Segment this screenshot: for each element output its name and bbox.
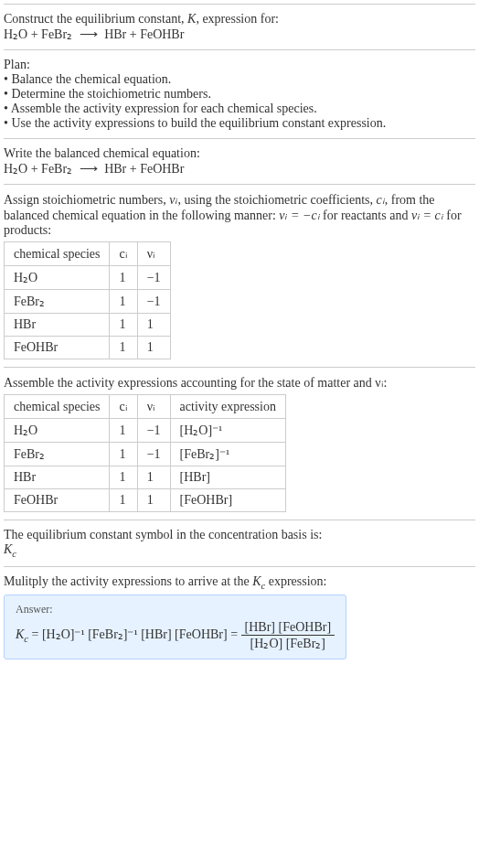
arrow-icon: ⟶ (76, 27, 101, 41)
cell-nu: 1 (137, 314, 170, 337)
plan-bullet-4: • Use the activity expressions to build … (4, 116, 475, 131)
cell-nu: 1 (137, 489, 170, 512)
ci-var: cᵢ (377, 193, 385, 207)
cell-species: FeBr₂ (5, 443, 110, 466)
table-row: HBr 1 1 [HBr] (5, 466, 286, 489)
intro-text: Construct the equilibrium constant, (4, 12, 187, 26)
plan-heading: Plan: (4, 58, 475, 72)
table-row: FeBr₂ 1 −1 (5, 290, 171, 314)
col-nu: νᵢ (137, 395, 170, 419)
stoich-text-4: for reactants and (320, 209, 411, 222)
cell-nu: −1 (137, 290, 170, 314)
col-nu: νᵢ (137, 242, 170, 266)
col-activity: activity expression (170, 395, 285, 419)
fraction-numerator: [HBr] [FeOHBr] (241, 620, 335, 636)
table-header-row: chemical species cᵢ νᵢ activity expressi… (5, 395, 286, 419)
cell-nu: −1 (137, 419, 170, 443)
answer-box: Answer: Kc = [H₂O]⁻¹ [FeBr₂]⁻¹ [HBr] [Fe… (4, 595, 346, 659)
answer-label: Answer: (16, 603, 335, 616)
cell-nu: 1 (137, 337, 170, 359)
balanced-heading: Write the balanced chemical equation: (4, 146, 475, 161)
kc-desc: The equilibrium constant symbol in the c… (4, 528, 475, 542)
table-row: H₂O 1 −1 (5, 266, 171, 290)
cell-ci: 1 (110, 419, 137, 443)
plan-bullet-2: • Determine the stoichiometric numbers. (4, 87, 475, 102)
table-row: FeOHBr 1 1 (5, 337, 171, 359)
stoich-text-2: , using the stoichiometric coefficients, (177, 193, 376, 207)
stoich-block: Assign stoichiometric numbers, νᵢ, using… (4, 184, 475, 367)
multiply-desc: Mulitply the activity expressions to arr… (4, 574, 326, 588)
k-var: K (187, 12, 196, 26)
cell-nu: −1 (137, 266, 170, 290)
table-row: FeOHBr 1 1 [FeOHBr] (5, 489, 286, 512)
balanced-equation-rhs: HBr + FeOHBr (104, 162, 184, 176)
fraction: [HBr] [FeOHBr] [H₂O] [FeBr₂] (241, 620, 335, 651)
kc-symbol-block: The equilibrium constant symbol in the c… (4, 520, 475, 566)
stoich-table: chemical species cᵢ νᵢ H₂O 1 −1 FeBr₂ 1 … (4, 241, 171, 359)
stoich-text-1: Assign stoichiometric numbers, (4, 193, 169, 207)
plan-bullet-3: • Assemble the activity expression for e… (4, 102, 475, 116)
cell-species: FeBr₂ (5, 290, 110, 314)
activity-table: chemical species cᵢ νᵢ activity expressi… (4, 394, 286, 512)
cell-activity: [H₂O]⁻¹ (170, 419, 285, 443)
col-ci: cᵢ (110, 242, 137, 266)
col-species: chemical species (5, 242, 110, 266)
cell-species: FeOHBr (5, 337, 110, 359)
activity-block: Assemble the activity expressions accoun… (4, 367, 475, 520)
multiply-block: Mulitply the activity expressions to arr… (4, 566, 475, 667)
kc-symbol: Kc (4, 542, 475, 559)
rel2: νᵢ = cᵢ (411, 209, 443, 222)
cell-species: FeOHBr (5, 489, 110, 512)
plan-bullet-1: • Balance the chemical equation. (4, 72, 475, 87)
cell-ci: 1 (110, 266, 137, 290)
cell-species: HBr (5, 314, 110, 337)
cell-activity: [HBr] (170, 466, 285, 489)
fraction-denominator: [H₂O] [FeBr₂] (241, 636, 335, 651)
col-ci: cᵢ (110, 395, 137, 419)
intro-block: Construct the equilibrium constant, K, e… (4, 4, 475, 49)
col-species: chemical species (5, 395, 110, 419)
cell-nu: 1 (137, 466, 170, 489)
cell-ci: 1 (110, 290, 137, 314)
cell-ci: 1 (110, 314, 137, 337)
table-header-row: chemical species cᵢ νᵢ (5, 242, 171, 266)
activity-desc: Assemble the activity expressions accoun… (4, 375, 475, 391)
table-row: FeBr₂ 1 −1 [FeBr₂]⁻¹ (5, 443, 286, 466)
balanced-block: Write the balanced chemical equation: H₂… (4, 138, 475, 184)
table-row: H₂O 1 −1 [H₂O]⁻¹ (5, 419, 286, 443)
cell-species: HBr (5, 466, 110, 489)
rel1: νᵢ = −cᵢ (279, 209, 319, 222)
cell-ci: 1 (110, 443, 137, 466)
cell-activity: [FeBr₂]⁻¹ (170, 443, 285, 466)
cell-species: H₂O (5, 266, 110, 290)
cell-ci: 1 (110, 489, 137, 512)
cell-nu: −1 (137, 443, 170, 466)
plan-block: Plan: • Balance the chemical equation. •… (4, 49, 475, 138)
answer-equation: Kc = [H₂O]⁻¹ [FeBr₂]⁻¹ [HBr] [FeOHBr] = … (16, 620, 335, 651)
intro-equation-rhs: HBr + FeOHBr (104, 27, 184, 41)
cell-activity: [FeOHBr] (170, 489, 285, 512)
cell-ci: 1 (110, 337, 137, 359)
arrow-icon: ⟶ (76, 162, 101, 176)
intro-text-b: , expression for: (196, 12, 279, 26)
intro-equation-lhs: H₂O + FeBr₂ (4, 27, 72, 41)
cell-ci: 1 (110, 466, 137, 489)
cell-species: H₂O (5, 419, 110, 443)
balanced-equation-lhs: H₂O + FeBr₂ (4, 162, 72, 176)
table-row: HBr 1 1 (5, 314, 171, 337)
